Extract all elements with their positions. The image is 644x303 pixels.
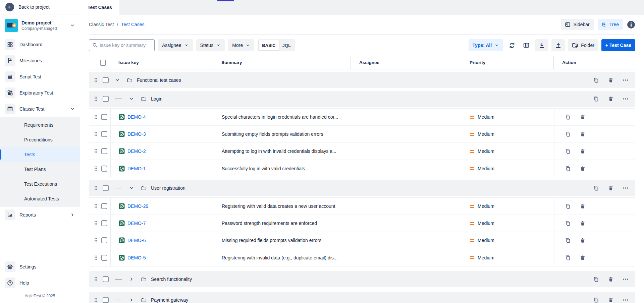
copy-icon[interactable] [565, 166, 571, 172]
drag-handle-icon[interactable] [94, 297, 98, 303]
folder-checkbox[interactable] [103, 297, 109, 303]
folder-row-search-functionality[interactable]: Search functionality [89, 271, 635, 287]
issue-key-link[interactable]: DEMO-1 [127, 166, 146, 171]
tree-view-button[interactable]: Tree [598, 19, 623, 30]
copy-icon[interactable] [565, 255, 571, 261]
drag-handle-icon[interactable] [94, 203, 98, 209]
chevron-down-icon[interactable] [115, 77, 120, 83]
chevron-down-icon[interactable] [129, 96, 134, 102]
copy-icon[interactable] [593, 96, 599, 102]
sidebar-item-reports[interactable]: Reports [0, 207, 80, 223]
sidebar-item-test-plans[interactable]: Test Plans [0, 162, 80, 177]
drag-handle-icon[interactable] [94, 166, 98, 172]
issue-key-link[interactable]: DEMO-5 [127, 255, 146, 260]
folder-row-payment-gateway[interactable]: Payment gateway [89, 292, 635, 303]
add-folder-button[interactable]: Folder [568, 39, 598, 51]
trash-icon[interactable] [580, 220, 586, 226]
drag-handle-icon[interactable] [94, 276, 98, 282]
issue-key-link[interactable]: DEMO-29 [127, 203, 148, 209]
copy-icon[interactable] [565, 148, 571, 154]
add-test-case-button[interactable]: + Test Case [601, 39, 635, 51]
row-checkbox[interactable] [101, 114, 107, 120]
folder-row-user-registration[interactable]: User registration [89, 180, 635, 196]
trash-icon[interactable] [580, 203, 586, 209]
trash-icon[interactable] [608, 276, 614, 282]
refresh-button[interactable] [506, 40, 518, 51]
export-button[interactable] [551, 39, 565, 51]
copy-icon[interactable] [565, 220, 571, 226]
project-switcher[interactable]: Demo project Company-managed [0, 14, 80, 35]
copy-icon[interactable] [593, 297, 599, 303]
copy-icon[interactable] [565, 237, 571, 243]
trash-icon[interactable] [580, 166, 586, 172]
jql-mode-tab[interactable]: JQL [279, 40, 294, 50]
more-icon[interactable] [623, 96, 629, 102]
more-icon[interactable] [623, 77, 629, 83]
row-checkbox[interactable] [101, 255, 107, 261]
drag-handle-icon[interactable] [94, 220, 98, 226]
copy-icon[interactable] [565, 203, 571, 209]
issue-key-link[interactable]: DEMO-6 [127, 238, 146, 243]
folder-row-login[interactable]: Login [89, 91, 635, 107]
trash-icon[interactable] [608, 185, 614, 191]
breadcrumb-parent[interactable]: Classic Test [89, 22, 114, 27]
copy-icon[interactable] [565, 131, 571, 137]
issue-key-link[interactable]: DEMO-3 [127, 131, 146, 137]
row-checkbox[interactable] [101, 237, 107, 243]
info-icon[interactable] [627, 20, 635, 29]
sidebar-item-dashboard[interactable]: Dashboard [0, 37, 80, 53]
sidebar-item-requirements[interactable]: Requirements [0, 118, 80, 132]
more-icon[interactable] [623, 185, 629, 191]
trash-icon[interactable] [580, 255, 586, 261]
drag-handle-icon[interactable] [94, 255, 98, 261]
status-filter-button[interactable]: Status [196, 39, 225, 51]
trash-icon[interactable] [580, 148, 586, 154]
more-filter-button[interactable]: More [228, 39, 254, 51]
tab-test-cases[interactable]: Test Cases [80, 0, 119, 15]
copy-icon[interactable] [593, 185, 599, 191]
drag-handle-icon[interactable] [94, 131, 98, 137]
copy-icon[interactable] [565, 114, 571, 120]
sidebar-item-classic-test[interactable]: Classic Test [0, 101, 80, 117]
sidebar-item-test-executions[interactable]: Test Executions [0, 177, 80, 191]
row-checkbox[interactable] [101, 203, 107, 209]
row-checkbox[interactable] [101, 220, 107, 226]
row-checkbox[interactable] [101, 166, 107, 172]
copy-icon[interactable] [593, 77, 599, 83]
issue-key-link[interactable]: DEMO-7 [127, 221, 146, 226]
folder-checkbox[interactable] [103, 77, 109, 83]
drag-handle-icon[interactable] [94, 77, 98, 83]
trash-icon[interactable] [580, 237, 586, 243]
folder-checkbox[interactable] [103, 185, 109, 191]
issue-key-link[interactable]: DEMO-2 [127, 148, 146, 154]
sidebar-item-automated-tests[interactable]: Automated Tests [0, 191, 80, 206]
sidebar-item-settings[interactable]: Settings [0, 259, 80, 275]
back-icon[interactable] [5, 3, 14, 11]
sidebar-item-script-test[interactable]: Script Test [0, 69, 80, 85]
trash-icon[interactable] [608, 297, 614, 303]
drag-handle-icon[interactable] [94, 185, 98, 191]
drag-handle-icon[interactable] [94, 237, 98, 243]
issue-key-link[interactable]: DEMO-4 [127, 114, 146, 120]
chevron-right-icon[interactable] [129, 297, 134, 303]
assignee-filter-button[interactable]: Assignee [158, 39, 193, 51]
folder-row-functional-test-cases[interactable]: Functional test cases [89, 72, 635, 88]
sidebar-item-preconditions[interactable]: Preconditions [0, 132, 80, 147]
row-checkbox[interactable] [101, 148, 107, 154]
type-filter-button[interactable]: Type: All [469, 39, 503, 51]
drag-handle-icon[interactable] [94, 114, 98, 120]
trash-icon[interactable] [580, 131, 586, 137]
trash-icon[interactable] [608, 77, 614, 83]
more-icon[interactable] [623, 297, 629, 303]
sidebar-item-help[interactable]: Help [0, 275, 80, 291]
drag-handle-icon[interactable] [94, 148, 98, 154]
import-button[interactable] [535, 39, 548, 51]
columns-button[interactable] [521, 40, 532, 51]
sidebar-view-button[interactable]: Sidebar [561, 19, 593, 30]
trash-icon[interactable] [580, 114, 586, 120]
sidebar-item-exploratory-test[interactable]: Exploratory Test [0, 85, 80, 101]
breadcrumb-current[interactable]: Test Cases [121, 22, 144, 27]
back-to-project[interactable]: Back to project [0, 0, 80, 14]
sidebar-item-milestones[interactable]: Milestones [0, 53, 80, 69]
folder-checkbox[interactable] [103, 96, 109, 102]
